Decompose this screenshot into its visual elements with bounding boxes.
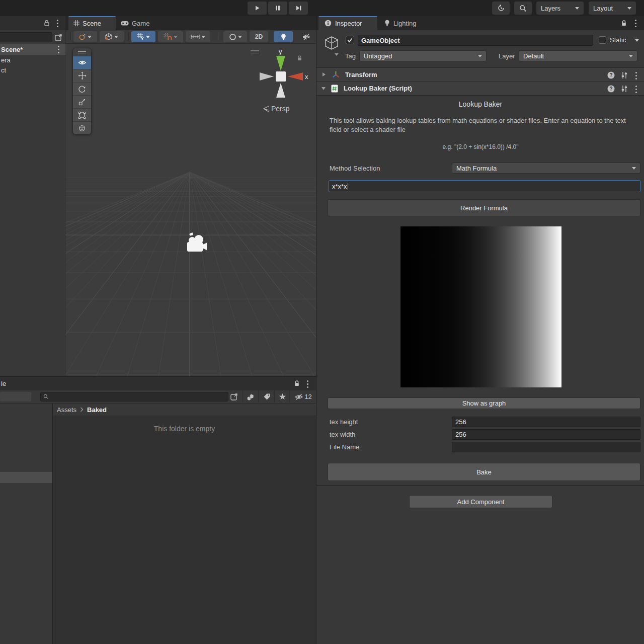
active-checkbox[interactable] [346,36,354,44]
method-selection-dropdown[interactable]: Math Formula [452,163,640,174]
open-window-icon[interactable] [230,392,238,401]
project-search-input[interactable] [40,392,228,401]
persp-toggle[interactable]: Persp [263,105,290,113]
add-component-button[interactable]: Add Component [409,495,552,508]
scene-row-kebab[interactable] [58,49,59,50]
transform-header[interactable]: Transform ? [316,67,644,82]
help-icon[interactable]: ? [607,71,615,79]
inspector-panel: Inspector Lighting [316,16,644,644]
gizmo-neg-x-axis[interactable] [260,72,274,80]
tab-game-label: Game [132,20,149,27]
component-divider [316,486,644,486]
project-menu-kebab[interactable] [307,383,308,385]
icon-picker-chevron[interactable] [335,53,339,56]
tools-overlay [72,48,92,135]
grid-visibility-button[interactable]: Y [131,31,155,42]
view-tool-button[interactable] [73,56,91,69]
hierarchy-menu-kebab[interactable] [57,23,58,24]
tab-inspector[interactable]: Inspector [318,16,377,30]
layout-dropdown[interactable]: Layout [589,2,636,15]
layer-dropdown[interactable]: Default [519,50,637,61]
transform-tool-button[interactable] [73,121,91,134]
2d-toggle-button[interactable]: 2D [250,31,268,42]
hierarchy-search-input[interactable] [0,32,52,42]
measure-button[interactable] [186,31,210,42]
gizmo-center-cube[interactable] [276,71,286,82]
step-button[interactable] [289,2,308,15]
presets-icon[interactable] [620,85,628,93]
render-formula-button[interactable]: Render Formula [328,199,640,216]
tex-width-input[interactable]: 256 [452,429,640,440]
snap-settings-button[interactable] [158,31,183,42]
rect-tool-button[interactable] [73,108,91,121]
inspector-menu-kebab[interactable] [635,23,636,24]
tree-selected-row[interactable] [0,472,52,483]
file-name-input[interactable] [452,442,640,452]
tex-height-input[interactable]: 256 [452,417,640,427]
lookup-baker-header[interactable]: Lookup Baker (Script) ? [316,82,644,96]
move-tool-button[interactable] [73,69,91,82]
rotation-snap-button[interactable] [223,31,247,42]
show-as-graph-button[interactable]: Show as graph [328,397,640,409]
project-folder-tree[interactable] [0,404,52,644]
chevron-down-icon [478,55,482,57]
open-window-icon[interactable] [54,33,63,42]
scene-row-label: Scene* [1,46,23,53]
search-filter-label-button[interactable] [258,390,275,403]
tab-lighting[interactable]: Lighting [380,16,431,30]
foldout-expanded-icon[interactable] [321,87,326,90]
hidden-packages-toggle[interactable]: 12 [289,390,316,403]
static-checkbox[interactable] [599,36,606,44]
create-menu-button[interactable] [0,392,31,401]
filter-by-type-icon [247,393,255,401]
search-favorites-button[interactable] [274,390,290,403]
play-button[interactable] [248,2,267,15]
transform-icon [332,70,340,79]
tag-label: Tag [345,52,356,60]
hierarchy-tabbar [0,16,65,30]
transform-tool-icon [78,124,86,132]
scale-tool-button[interactable] [73,95,91,108]
overlay-drag-handle[interactable] [73,48,91,56]
search-button[interactable] [514,2,532,15]
project-tab-fragment[interactable]: le [1,380,6,387]
audio-mute-button[interactable] [297,31,316,42]
orientation-gizmo[interactable]: y x [256,47,311,102]
hierarchy-item[interactable]: era [0,55,65,65]
rotate-tool-button[interactable] [73,82,91,95]
breadcrumb-current[interactable]: Baked [87,406,107,414]
hierarchy-scene-row[interactable]: Scene* [0,44,65,55]
gizmo-y-axis[interactable] [276,56,285,71]
breadcrumb-root[interactable]: Assets [57,406,76,414]
undo-history-button[interactable] [492,2,510,15]
presets-icon[interactable] [620,71,628,79]
tab-scene[interactable]: Scene [68,16,116,30]
tab-game[interactable]: Game [118,16,154,30]
bake-button[interactable]: Bake [328,463,640,481]
tag-dropdown[interactable]: Untagged [359,50,487,61]
render-formula-label: Render Formula [460,204,508,212]
hierarchy-item[interactable]: ct [0,65,65,75]
lock-icon[interactable] [293,380,300,387]
formula-input[interactable]: x*x*x [329,180,640,192]
lighting-toggle-button[interactable] [274,31,293,42]
shading-mode-button[interactable] [100,31,124,42]
layers-dropdown[interactable]: Layers [536,2,584,15]
lookup-baker-kebab[interactable] [635,89,637,90]
gizmo-neg-y-axis[interactable] [276,83,285,98]
gizmo-x-axis[interactable] [288,72,303,80]
draw-mode-button[interactable] [73,31,97,42]
camera-object-icon[interactable] [183,231,209,255]
transform-kebab[interactable] [635,75,637,76]
static-flags-chevron[interactable] [635,39,639,42]
foldout-collapsed-icon[interactable] [323,72,326,76]
add-component-label: Add Component [457,498,505,506]
help-icon[interactable]: ? [607,85,615,93]
gameobject-name-input[interactable]: GameObject [358,35,593,46]
method-selection-label: Method Selection [330,165,380,172]
unlock-icon[interactable] [43,20,50,27]
pause-button[interactable] [268,2,287,15]
lock-icon[interactable] [620,20,627,27]
search-filter-type-button[interactable] [242,390,259,403]
scene-viewport[interactable]: y x Persp [65,44,316,376]
